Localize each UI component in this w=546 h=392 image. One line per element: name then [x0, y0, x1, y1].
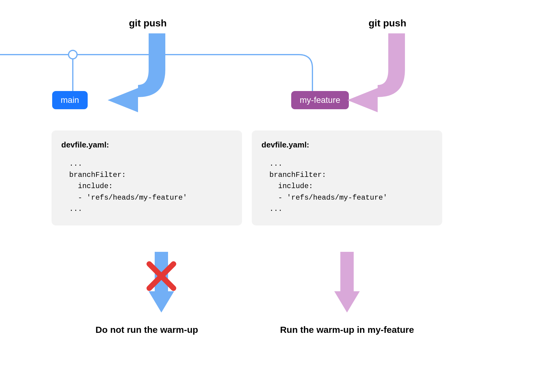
branch-feature-pill: my-feature: [291, 91, 349, 109]
svg-line-3: [149, 264, 174, 288]
svg-line-2: [149, 264, 174, 288]
commit-node-icon: [69, 50, 77, 59]
code-snippet-left: ... branchFilter: include: - 'refs/heads…: [61, 158, 232, 215]
cross-icon: [149, 264, 174, 288]
code-card-left: devfile.yaml: ... branchFilter: include:…: [52, 130, 242, 225]
code-filename-right: devfile.yaml:: [261, 140, 433, 150]
label-gitpush-left: git push: [129, 18, 167, 29]
result-right: Run the warm-up in my-feature: [252, 325, 442, 335]
label-gitpush-right: git push: [369, 18, 406, 29]
svg-marker-5: [334, 291, 360, 313]
svg-marker-1: [149, 291, 174, 313]
result-arrow-right: [334, 252, 360, 313]
result-arrow-left: [149, 252, 174, 313]
code-snippet-right: ... branchFilter: include: - 'refs/heads…: [261, 158, 433, 215]
branch-main-pill: main: [52, 91, 88, 109]
svg-rect-4: [340, 252, 354, 291]
result-left: Do not run the warm-up: [52, 325, 242, 335]
arrow-into-main: [108, 33, 165, 112]
timeline-path: [0, 55, 312, 91]
code-card-right: devfile.yaml: ... branchFilter: include:…: [252, 130, 442, 225]
arrow-into-feature: [347, 33, 405, 112]
code-filename-left: devfile.yaml:: [61, 140, 232, 150]
svg-rect-0: [155, 252, 168, 291]
